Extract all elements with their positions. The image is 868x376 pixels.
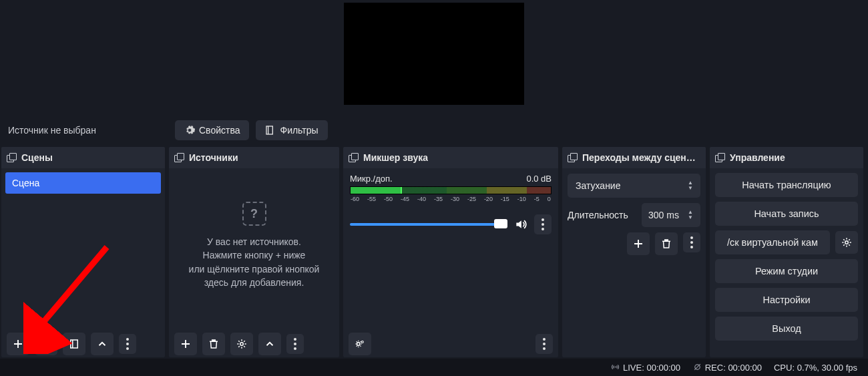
mixer-header[interactable]: Микшер звука	[343, 147, 558, 168]
live-label: LIVE:	[623, 363, 644, 373]
channel-db: 0.0 dB	[526, 174, 552, 184]
channel-menu-button[interactable]	[534, 214, 552, 234]
chevron-up-icon	[264, 338, 276, 350]
dock-icon	[568, 153, 577, 162]
rec-label: REC:	[705, 363, 726, 373]
svg-point-8	[615, 367, 616, 368]
transition-select[interactable]: Затухание ▲▼	[568, 174, 700, 198]
rec-time: 00:00:00	[728, 363, 762, 373]
gear-icon	[841, 236, 853, 248]
properties-button[interactable]: Свойства	[175, 120, 249, 140]
add-scene-button[interactable]	[7, 333, 29, 355]
dock-icon	[7, 153, 16, 162]
scenes-footer	[1, 331, 165, 357]
cpu-status: CPU: 0.7%, 30.00 fps	[774, 363, 857, 373]
panel-icon	[68, 338, 80, 350]
filters-label: Фильтры	[280, 125, 318, 136]
sources-empty-state: ? У вас нет источников. Нажмите кнопку +…	[169, 202, 339, 289]
panels-row: Сцены Сцена Источники	[0, 147, 868, 357]
updown-icon: ▲▼	[684, 210, 696, 220]
filters-button[interactable]: Фильтры	[256, 120, 327, 140]
preview-canvas[interactable]	[344, 3, 524, 105]
properties-label: Свойства	[199, 125, 240, 136]
dock-icon	[349, 153, 358, 162]
volume-meter	[350, 186, 552, 194]
trash-icon	[660, 238, 672, 250]
mixer-footer	[343, 331, 558, 357]
svg-rect-2	[71, 340, 78, 348]
gear-advanced-icon	[354, 338, 366, 350]
svg-point-7	[845, 241, 849, 244]
add-transition-button[interactable]	[627, 232, 650, 255]
duration-label: Длительность	[568, 210, 636, 220]
start-record-button[interactable]: Начать запись	[715, 202, 858, 226]
empty-line: здесь для добавления.	[181, 276, 327, 289]
sources-menu-button[interactable]	[286, 334, 304, 354]
channel-name: Микр./доп.	[350, 174, 393, 184]
controls-title: Управление	[730, 152, 785, 163]
duration-value: 300 ms	[648, 210, 679, 220]
mixer-panel: Микшер звука Микр./доп. 0.0 dB -60-55-50…	[343, 147, 558, 357]
start-stream-button[interactable]: Начать трансляцию	[715, 173, 858, 197]
source-up-button[interactable]	[258, 333, 281, 355]
meter-ticks: -60-55-50-45-40-35-30-25-20-15-10-50	[350, 196, 552, 204]
scene-up-button[interactable]	[91, 333, 114, 355]
slider-thumb[interactable]	[494, 219, 507, 228]
volume-slider[interactable]	[350, 223, 507, 226]
sources-title: Источники	[189, 152, 238, 163]
svg-point-4	[240, 343, 244, 346]
updown-icon: ▲▼	[684, 180, 696, 191]
record-status: REC: 00:00:00	[692, 362, 762, 373]
virtual-cam-settings-button[interactable]	[835, 231, 858, 254]
dock-icon	[715, 153, 724, 162]
trash-icon	[208, 338, 220, 350]
dock-icon	[174, 153, 184, 162]
transitions-header[interactable]: Переходы между сцена…	[562, 147, 706, 168]
plus-icon	[632, 238, 644, 250]
sources-panel: Источники ? У вас нет источников. Нажмит…	[169, 147, 339, 357]
question-icon: ?	[242, 202, 266, 226]
empty-line: У вас нет источников.	[181, 235, 327, 248]
mixer-settings-button[interactable]	[349, 333, 371, 355]
sources-header[interactable]: Источники	[169, 147, 339, 168]
preview-area	[0, 0, 868, 114]
sources-body[interactable]: ? У вас нет источников. Нажмите кнопку +…	[169, 168, 339, 331]
svg-point-6	[361, 341, 363, 343]
mixer-menu-button[interactable]	[535, 334, 553, 354]
controls-header[interactable]: Управление	[710, 147, 863, 168]
empty-line: или щёлкните правой кнопкой	[181, 262, 327, 276]
transitions-menu-button[interactable]	[683, 232, 700, 252]
broadcast-icon	[610, 362, 620, 372]
source-toolbar: Источник не выбран Свойства Фильтры	[0, 114, 868, 147]
remove-source-button[interactable]	[202, 333, 225, 355]
add-source-button[interactable]	[174, 333, 197, 355]
speaker-icon[interactable]	[514, 218, 527, 231]
scenes-title: Сцены	[21, 152, 53, 163]
virtual-cam-button[interactable]: /ск виртуальной кам	[715, 230, 830, 254]
scene-filter-button[interactable]	[63, 333, 85, 355]
exit-button[interactable]: Выход	[715, 317, 858, 341]
settings-button[interactable]: Настройки	[715, 288, 858, 312]
trash-icon	[40, 338, 52, 350]
live-time: 00:00:00	[646, 363, 680, 373]
studio-mode-button[interactable]: Режим студии	[715, 259, 858, 283]
plus-icon	[12, 338, 24, 350]
scenes-header[interactable]: Сцены	[1, 147, 165, 168]
empty-line: Нажмите кнопку + ниже	[181, 248, 327, 262]
stream-status: LIVE: 00:00:00	[610, 362, 680, 373]
scene-item[interactable]: Сцена	[5, 172, 161, 194]
status-bar: LIVE: 00:00:00 REC: 00:00:00 CPU: 0.7%, …	[0, 359, 868, 376]
scenes-panel: Сцены Сцена	[1, 147, 165, 357]
record-disabled-icon	[692, 362, 702, 372]
duration-input[interactable]: 300 ms ▲▼	[642, 203, 700, 227]
svg-rect-0	[266, 126, 272, 134]
chevron-up-icon	[96, 338, 108, 350]
remove-transition-button[interactable]	[655, 232, 678, 255]
filters-icon	[265, 125, 276, 136]
scenes-menu-button[interactable]	[119, 334, 136, 354]
plus-icon	[180, 338, 192, 350]
transitions-title: Переходы между сцена…	[582, 152, 700, 163]
mixer-channel: Микр./доп. 0.0 dB -60-55-50-45-40-35-30-…	[343, 168, 558, 234]
remove-scene-button[interactable]	[35, 333, 57, 355]
source-properties-button[interactable]	[230, 333, 253, 355]
